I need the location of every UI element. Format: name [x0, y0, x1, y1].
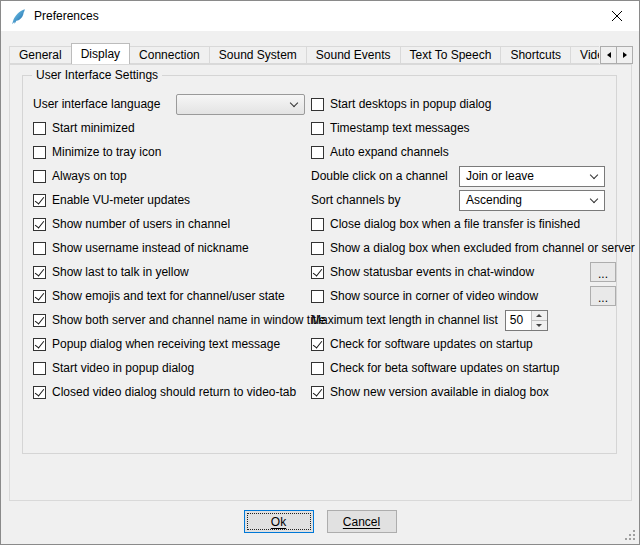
checkbox-video-popup[interactable]: Start video in popup dialog	[33, 356, 305, 380]
checkbox-label: Show username instead of nickname	[52, 241, 249, 255]
tab-scroller	[601, 46, 633, 64]
tab-display[interactable]: Display	[71, 43, 130, 64]
checkbox-minimize-to-tray[interactable]: Minimize to tray icon	[33, 140, 305, 164]
tab-shortcuts[interactable]: Shortcuts	[500, 46, 571, 64]
checkbox-vu-meter-updates[interactable]: Enable VU-meter updates	[33, 188, 305, 212]
checkbox-icon[interactable]	[33, 266, 46, 279]
checkbox-icon[interactable]	[33, 338, 46, 351]
checkbox-emojis-text-state[interactable]: Show emojis and text for channel/user st…	[33, 284, 305, 308]
checkbox-icon[interactable]	[33, 386, 46, 399]
checkbox-label: Show last to talk in yellow	[52, 265, 189, 279]
checkbox-icon[interactable]	[311, 218, 324, 231]
checkbox-auto-expand-channels[interactable]: Auto expand channels	[311, 140, 616, 164]
spinner-buttons	[531, 311, 547, 330]
checkbox-icon[interactable]	[311, 338, 324, 351]
checkbox-last-to-talk-yellow[interactable]: Show last to talk in yellow	[33, 260, 305, 284]
checkbox-icon[interactable]	[311, 386, 324, 399]
checkbox-label: Check for software updates on startup	[330, 337, 533, 351]
ok-button[interactable]: Ok	[244, 510, 314, 533]
checkbox-label: Show emojis and text for channel/user st…	[52, 289, 285, 303]
checkbox-icon[interactable]	[311, 122, 324, 135]
checkbox-icon[interactable]	[311, 146, 324, 159]
checkbox-icon[interactable]	[33, 290, 46, 303]
checkbox-icon[interactable]	[33, 314, 46, 327]
left-column: User interface language Start minimized …	[33, 92, 305, 404]
sort-channels-label: Sort channels by	[311, 193, 459, 207]
checkbox-always-on-top[interactable]: Always on top	[33, 164, 305, 188]
checkbox-icon[interactable]	[311, 290, 324, 303]
checkbox-icon[interactable]	[33, 122, 46, 135]
dialog-buttons: Ok Cancel	[1, 510, 639, 533]
checkbox-desktops-popup[interactable]: Start desktops in popup dialog	[311, 92, 616, 116]
spin-up-button[interactable]	[532, 311, 547, 320]
checkbox-label: Show number of users in channel	[52, 217, 230, 231]
close-button[interactable]	[594, 2, 639, 31]
checkbox-label: Start minimized	[52, 121, 135, 135]
max-text-length-label: Maximum text length in channel list	[311, 313, 498, 327]
checkbox-popup-text-message[interactable]: Popup dialog when receiving text message	[33, 332, 305, 356]
tab-connection[interactable]: Connection	[129, 46, 210, 64]
checkbox-icon[interactable]	[311, 362, 324, 375]
tab-video[interactable]: Video	[570, 46, 599, 64]
video-source-browse-button[interactable]: ...	[590, 286, 616, 306]
checkbox-label: Show statusbar events in chat-window	[330, 265, 534, 279]
checkbox-icon[interactable]	[33, 218, 46, 231]
checkbox-icon[interactable]	[33, 146, 46, 159]
checkbox-icon[interactable]	[33, 170, 46, 183]
sort-channels-combobox[interactable]: Ascending	[459, 190, 605, 211]
tab-sound-system[interactable]: Sound System	[209, 46, 307, 64]
checkbox-start-minimized[interactable]: Start minimized	[33, 116, 305, 140]
checkbox-label: Start desktops in popup dialog	[330, 97, 491, 111]
spin-down-button[interactable]	[532, 320, 547, 330]
checkbox-icon[interactable]	[33, 362, 46, 375]
titlebar[interactable]: Preferences	[1, 1, 639, 31]
checkbox-icon[interactable]	[33, 194, 46, 207]
checkbox-excluded-dialog[interactable]: Show a dialog box when excluded from cha…	[311, 236, 616, 260]
app-icon	[10, 8, 27, 25]
tab-general[interactable]: General	[9, 46, 72, 64]
chevron-down-icon	[290, 100, 298, 108]
triangle-up-icon	[536, 314, 542, 317]
checkbox-show-user-count[interactable]: Show number of users in channel	[33, 212, 305, 236]
tab-sound-events[interactable]: Sound Events	[306, 46, 401, 64]
language-combobox[interactable]	[176, 94, 305, 115]
sort-channels-row: Sort channels by Ascending	[311, 188, 616, 212]
checkbox-label: Start video in popup dialog	[52, 361, 194, 375]
checkbox-new-version-dialog[interactable]: Show new version available in dialog box	[311, 380, 616, 404]
checkbox-icon[interactable]	[311, 266, 324, 279]
statusbar-events-row: Show statusbar events in chat-window ...	[311, 260, 616, 284]
checkbox-label: Always on top	[52, 169, 127, 183]
checkbox-label: Auto expand channels	[330, 145, 449, 159]
checkbox-label: Show both server and channel name in win…	[52, 313, 326, 327]
chevron-down-icon	[590, 172, 598, 180]
resize-grip[interactable]	[624, 529, 635, 540]
cancel-button[interactable]: Cancel	[327, 510, 397, 533]
checkbox-show-username[interactable]: Show username instead of nickname	[33, 236, 305, 260]
sort-channels-value: Ascending	[466, 193, 522, 207]
checkbox-icon[interactable]	[311, 242, 324, 255]
statusbar-events-browse-button[interactable]: ...	[590, 262, 616, 282]
triangle-down-icon	[536, 324, 542, 327]
checkbox-check-updates[interactable]: Check for software updates on startup	[311, 332, 616, 356]
max-text-length-spinner[interactable]: 50	[505, 310, 548, 331]
checkbox-check-beta-updates[interactable]: Check for beta software updates on start…	[311, 356, 616, 380]
tab-scroll-left-button[interactable]	[600, 46, 617, 64]
close-icon	[612, 9, 622, 24]
video-source-row: Show source in corner of video window ..…	[311, 284, 616, 308]
tab-text-to-speech[interactable]: Text To Speech	[400, 46, 502, 64]
checkbox-label: Show source in corner of video window	[330, 289, 538, 303]
triangle-right-icon	[623, 52, 627, 58]
double-click-combobox[interactable]: Join or leave	[459, 166, 605, 187]
window-title: Preferences	[34, 9, 99, 23]
checkbox-label: Enable VU-meter updates	[52, 193, 190, 207]
checkbox-icon[interactable]	[311, 98, 324, 111]
tab-scroll-right-button[interactable]	[616, 46, 633, 64]
group-user-interface-settings: User Interface Settings User interface l…	[22, 75, 617, 454]
checkbox-close-filetransfer-dialog[interactable]: Close dialog box when a file transfer is…	[311, 212, 616, 236]
checkbox-timestamp-messages[interactable]: Timestamp text messages	[311, 116, 616, 140]
checkbox-icon[interactable]	[33, 242, 46, 255]
checkbox-server-channel-title[interactable]: Show both server and channel name in win…	[33, 308, 305, 332]
double-click-row: Double click on a channel Join or leave	[311, 164, 616, 188]
checkbox-video-return-tab[interactable]: Closed video dialog should return to vid…	[33, 380, 305, 404]
double-click-label: Double click on a channel	[311, 169, 459, 183]
